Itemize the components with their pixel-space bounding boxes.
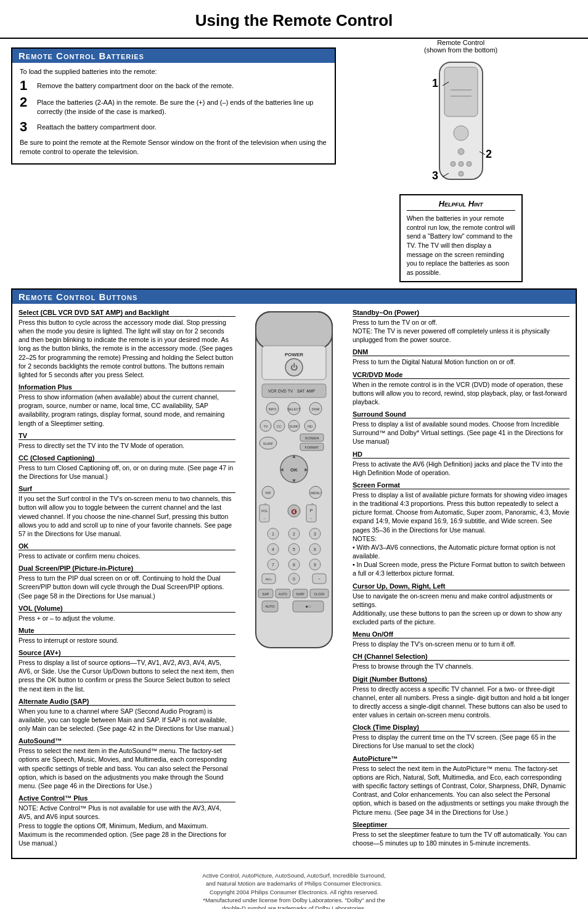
svg-text:POWER: POWER (285, 352, 303, 357)
btn-menu-name: Menu On/Off (353, 630, 570, 638)
svg-text:SELECT: SELECT (287, 407, 301, 411)
svg-text:⏻: ⏻ (290, 363, 298, 372)
btn-hd-desc: Press to activate the AV6 (High Definiti… (353, 460, 570, 477)
btn-clock: Clock (Time Display) Press to display th… (353, 724, 570, 750)
svg-text:8: 8 (293, 563, 295, 567)
svg-text:VCR: VCR (268, 389, 277, 393)
svg-point-13 (459, 161, 463, 166)
svg-text:9: 9 (314, 563, 316, 567)
svg-text:TV: TV (263, 425, 267, 428)
step-1-text: Remove the battery compartment door on t… (37, 79, 234, 91)
btn-active-control: Active Control™ Plus NOTE: Active Contro… (18, 794, 235, 847)
svg-text:AMP: AMP (306, 389, 315, 393)
btn-hd-name: HD (353, 450, 570, 459)
btn-autosound-desc: Press to select the next item in the Aut… (18, 746, 235, 790)
step-3: 3 Reattach the battery compartment door. (20, 120, 327, 134)
svg-text:▼: ▼ (292, 478, 297, 484)
footer-line2: and Natural Motion are trademarks of Phi… (30, 879, 558, 887)
svg-text:2: 2 (486, 148, 492, 160)
btn-cc: CC (Closed Captioning) Press to turn Clo… (18, 454, 235, 481)
btn-dnm: DNM Press to turn the Digital Natural Mo… (353, 348, 570, 366)
helpful-hint-text: When the batteries in your remote contro… (407, 214, 515, 277)
btn-cursor-desc: Use to navigate the on-screen menu and m… (353, 592, 570, 627)
btn-autosound: AutoSound™ Press to select the next item… (18, 737, 235, 790)
step-1-num: 1 (20, 79, 33, 92)
svg-text:7: 7 (272, 563, 274, 567)
btn-menu: Menu On/Off Press to display the TV's on… (353, 630, 570, 648)
btn-cursor: Cursor Up, Down, Right, Left Use to navi… (353, 582, 570, 627)
footer-line4: *Manufactured under license from Dolby L… (30, 896, 558, 904)
svg-text:1: 1 (272, 532, 274, 536)
step-3-text: Reattach the battery compartment door. (37, 120, 157, 132)
btn-ch: CH (Channel Selection) Press to browse t… (353, 653, 570, 671)
svg-point-10 (454, 126, 468, 141)
btn-tv-desc: Press to directly set the TV into the TV… (18, 441, 235, 450)
btn-select: Select (CBL VCR DVD SAT AMP) and Backlig… (18, 309, 235, 379)
btn-menu-desc: Press to display the TV's on-screen menu… (353, 640, 570, 648)
svg-text:SCREEN: SCREEN (305, 436, 319, 440)
svg-text:■ □: ■ □ (306, 605, 311, 608)
svg-text:PIP: PIP (266, 491, 271, 495)
btn-active-control-name: Active Control™ Plus (18, 794, 235, 802)
svg-text:►: ► (304, 467, 309, 473)
svg-rect-1 (444, 67, 478, 116)
btn-dnm-desc: Press to turn the Digital Natural Motion… (353, 357, 570, 366)
helpful-hint-box: Helpful Hint When the batteries in your … (399, 194, 523, 282)
svg-text:SAP: SAP (262, 592, 269, 596)
svg-text:SURF: SURF (296, 592, 304, 596)
btn-select-name: Select (CBL VCR DVD SAT AMP) and Backlig… (18, 309, 235, 317)
svg-point-11 (458, 149, 464, 155)
svg-text:−: − (263, 516, 266, 520)
btn-mute: Mute Press to interrupt or restore sound… (18, 627, 235, 645)
btn-pip-desc: Press to turn the PIP dual screen on or … (18, 574, 235, 600)
btn-tv-name: TV (18, 432, 235, 440)
svg-text:FORMAT: FORMAT (305, 446, 319, 449)
svg-text:CC: CC (277, 425, 282, 428)
btn-cc-name: CC (Closed Captioning) (18, 454, 235, 462)
svg-point-14 (467, 161, 472, 166)
footer-line1: Active Control, AutoPicture, AutoSound, … (30, 871, 558, 879)
btn-sleeptimer-name: Sleeptimer (353, 821, 570, 829)
batteries-section-title: Remote Control Batteries (12, 49, 335, 63)
btn-surround-desc: Press to display a list of available sou… (353, 420, 570, 446)
btn-power-name: Standby–On (Power) (353, 309, 570, 317)
svg-text:🔇: 🔇 (291, 508, 297, 515)
btn-vcrdvd: VCR/DVD Mode When in the remote control … (353, 371, 570, 407)
btn-autopicture: AutoPicture™ Press to select the next it… (353, 755, 570, 817)
step-2-text: Place the batteries (2-AA) in the remote… (37, 96, 327, 117)
btn-sap-name: Alternate Audio (SAP) (18, 698, 235, 706)
helpful-hint-title: Helpful Hint (407, 199, 515, 211)
btn-vcrdvd-name: VCR/DVD Mode (353, 371, 570, 379)
svg-text:◄: ◄ (279, 467, 285, 473)
svg-text:6: 6 (314, 547, 316, 552)
btn-power: Standby–On (Power) Press to turn the TV … (353, 309, 570, 344)
btn-surround-name: Surround Sound (353, 410, 570, 418)
btn-vol-desc: Press + or – to adjust the volume. (18, 614, 235, 622)
svg-text:−: − (318, 577, 321, 581)
btn-mute-desc: Press to interrupt or restore sound. (18, 636, 235, 645)
btn-vol-name: VOL (Volume) (18, 605, 235, 613)
svg-text:CLOCK: CLOCK (314, 592, 325, 596)
svg-text:MENU: MENU (311, 491, 321, 495)
svg-text:1: 1 (432, 77, 438, 89)
step-3-num: 3 (20, 120, 33, 134)
page-title: Using the Remote Control (0, 0, 588, 39)
btn-surf-name: Surf (18, 485, 235, 493)
footer: Active Control, AutoPicture, AutoSound, … (11, 871, 577, 909)
svg-point-12 (451, 161, 455, 166)
svg-text:AUTO: AUTO (279, 592, 287, 596)
batteries-section: Remote Control Batteries To load the sup… (11, 47, 336, 165)
btn-surf: Surf If you set the Surf control in the … (18, 485, 235, 538)
btn-active-control-desc: NOTE: Active Control™ Plus is not availa… (18, 804, 235, 847)
btn-surround: Surround Sound Press to display a list o… (353, 410, 570, 446)
btn-cc-desc: Press to turn Closed Captioning off, on,… (18, 463, 235, 481)
btn-screen-format-desc: Press to display a list of available pic… (353, 491, 570, 578)
btn-vol: VOL (Volume) Press + or – to adjust the … (18, 605, 235, 622)
buttons-right-col: Standby–On (Power) Press to turn the TV … (353, 309, 570, 852)
btn-autopicture-desc: Press to select the next item in the Aut… (353, 764, 570, 817)
svg-text:−: − (310, 516, 312, 520)
btn-select-desc: Press this button to cycle across the ac… (18, 318, 235, 379)
btn-source: Source (AV+) Press to display a list of … (18, 649, 235, 693)
svg-text:5: 5 (293, 547, 295, 552)
btn-sleeptimer: Sleeptimer Press to set the sleeptimer f… (353, 821, 570, 847)
